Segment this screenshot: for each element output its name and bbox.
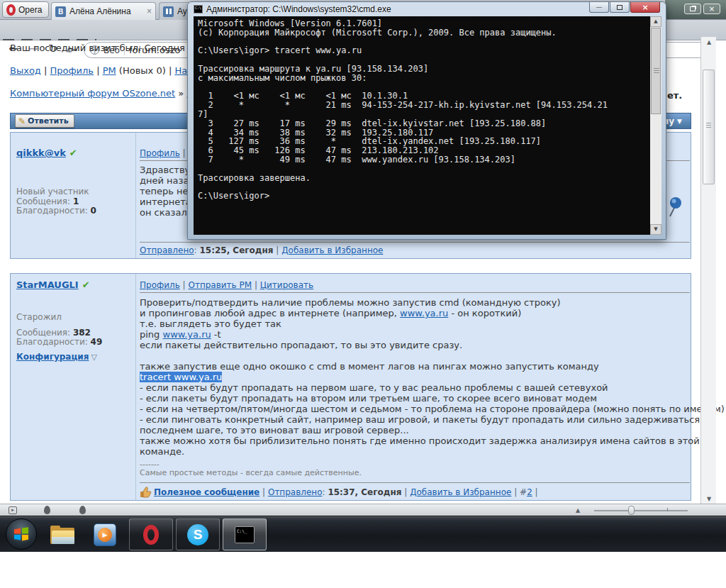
start-button[interactable]	[6, 518, 37, 550]
post-body-line: команде.	[140, 446, 725, 457]
zoom-slider-knob[interactable]	[628, 506, 635, 515]
text-segment: |	[401, 487, 410, 497]
console-scrollbar[interactable]: ▲ ▼	[650, 16, 661, 235]
post2-config-link[interactable]: Конфигурация ▽	[16, 352, 97, 362]
scrollbar-thumb[interactable]	[703, 70, 715, 184]
zoom-slider-track[interactable]	[594, 510, 688, 511]
cmd-title-bar[interactable]: C:\ Администратор: C:\Windows\system32\c…	[188, 2, 666, 16]
text-segment: - если пинговать конкретный сайт, наприм…	[140, 414, 715, 425]
divider	[135, 133, 136, 258]
console-line: 7 * 49 ms 47 ms www.yandex.ru [93.158.13…	[198, 155, 608, 165]
link[interactable]: Цитировать	[260, 280, 313, 290]
user-nav-links: Выход | Профиль | РМ (Новых 0) | Нав	[10, 65, 193, 76]
tab-vk[interactable]: В Алёна Алёнина ×	[51, 2, 156, 20]
link[interactable]: Полезное сообщение	[154, 487, 259, 497]
post-body-line: Проверить/подтвердить наличие проблемы м…	[140, 297, 725, 308]
text-segment: команде.	[140, 446, 184, 457]
cmd-close-button[interactable]: ×	[630, 2, 660, 13]
cmd-minimize-button[interactable]: —	[589, 2, 609, 13]
text-segment: |	[94, 65, 103, 76]
thumbs-up-icon	[140, 486, 152, 498]
status-icon-1[interactable]	[44, 506, 50, 514]
breadcrumb: Компьютерный форум OSzone.net » Ж	[10, 88, 196, 99]
tab-title: Алёна Алёнина	[69, 6, 143, 16]
status-icon-2[interactable]	[79, 506, 86, 514]
link[interactable]: Отправить РМ	[188, 280, 252, 290]
post-body-line: также запустив еще одно окошко с cmd в м…	[140, 361, 725, 372]
console-line: с максимальным числом прыжков 30:	[198, 74, 608, 83]
opera-logo-icon	[6, 4, 16, 16]
chevron-down-icon: ▼	[677, 118, 682, 125]
post-body-line: - если пинговать конкретный сайт, наприм…	[140, 414, 725, 425]
opera-menu-button[interactable]: Opera	[2, 1, 49, 18]
config-link-label[interactable]: Конфигурация	[16, 352, 89, 362]
skype-taskbar-button[interactable]: S	[176, 518, 220, 550]
post1-rank: Новый участник	[16, 187, 89, 196]
link[interactable]: Выход	[10, 65, 41, 76]
opera-taskbar-button[interactable]	[129, 518, 173, 550]
cmd-window-title: Администратор: C:\Windows\system32\cmd.e…	[206, 4, 391, 14]
opera-icon	[143, 525, 159, 545]
link[interactable]: Профиль	[140, 280, 180, 290]
windows-logo-icon	[13, 526, 29, 542]
explorer-taskbar-icon[interactable]	[48, 521, 77, 548]
post1-messages-stat: Сообщения: 1	[16, 196, 79, 206]
cmd-maximize-button[interactable]	[610, 2, 630, 13]
post-body-line	[140, 350, 725, 361]
link[interactable]: Компьютерный форум OSzone.net	[10, 88, 175, 99]
link[interactable]: Отправлено	[268, 487, 323, 497]
text-segment: ping	[140, 329, 163, 340]
text-segment: |	[180, 280, 189, 290]
text-segment: -t	[211, 329, 221, 340]
link[interactable]: Отправлено	[140, 245, 194, 255]
cmd-system-icon[interactable]: C:\	[194, 5, 203, 13]
reply-button[interactable]: ✎ Ответить	[15, 114, 74, 128]
text-segment: последнем шаге, то это виноват ваш игров…	[140, 425, 409, 436]
link[interactable]: www.ya.ru	[163, 329, 211, 340]
console-output: Microsoft Windows [Version 6.1.7601](c) …	[198, 19, 608, 201]
triangle-down-icon: ▽	[91, 353, 96, 362]
text-segment: - если пакеты будут пропадать на втором …	[140, 393, 597, 404]
scrollbar-grip	[706, 123, 711, 129]
last-visit-line: Ваш последний визит был: Сегодня в 15:	[10, 43, 211, 53]
text-segment: (Новых 0) |	[116, 65, 175, 76]
link[interactable]: Добавить в Избранное	[410, 487, 511, 497]
scroll-up-icon[interactable]: ▲	[650, 16, 661, 27]
media-player-taskbar-icon[interactable]: ▶	[91, 521, 119, 548]
cmd-console[interactable]: Microsoft Windows [Version 6.1.7601](c) …	[194, 16, 661, 235]
link[interactable]: Профиль	[140, 148, 180, 158]
taskbar: ▶ S C:\_ EN i B 16:06 12.03.2013	[0, 516, 726, 552]
browser-close-button[interactable]: ×	[703, 4, 720, 14]
link[interactable]: www.ya.ru	[400, 308, 448, 318]
text-segment: |	[532, 487, 538, 497]
post2-thanks-stat: Благодарности: 49	[16, 337, 102, 347]
text-segment: - если на четвертом/пятом/иногда шестом …	[140, 404, 725, 414]
cmd-taskbar-button[interactable]: C:\_	[223, 518, 267, 550]
console-scrollbar-thumb[interactable]	[651, 28, 661, 114]
panel-toggle-icon[interactable]: ▸	[9, 506, 17, 514]
post2-footer: Полезное сообщение | Отправлено: 15:37, …	[154, 487, 538, 497]
browser-status-bar: ▸ ▲	[0, 504, 726, 516]
link[interactable]: РМ	[103, 65, 116, 76]
scroll-down-icon[interactable]: ▼	[650, 224, 661, 235]
tab-close-icon[interactable]: ×	[147, 6, 152, 16]
browser-scrollbar[interactable]: ▲ ▼	[700, 37, 716, 505]
link[interactable]: Профиль	[50, 65, 94, 76]
post1-username-link[interactable]: qikkk@vk	[16, 148, 66, 158]
media-player-icon: ▶	[94, 523, 116, 546]
scroll-up-icon[interactable]: ▲	[701, 37, 717, 48]
post2-header-links: Профиль | Отправить РМ | Цитировать	[140, 280, 313, 290]
text-segment: |	[252, 280, 260, 290]
link[interactable]: Добавить в Избранное	[281, 245, 383, 255]
zoom-marker-icon: ▲	[576, 507, 580, 514]
browser-restore-button[interactable]	[684, 4, 701, 14]
link[interactable]: 2	[527, 487, 532, 497]
thread-title-fragment: ет.	[667, 90, 682, 101]
post2-username-link[interactable]: StarMAUGLI	[16, 279, 79, 290]
text-segment: | #	[511, 487, 527, 497]
signature-text: Самые простые методы - всегда самые дейс…	[140, 468, 362, 477]
console-line: (c) Корпорация Майкрософт (Microsoft Cor…	[198, 28, 608, 38]
post-body-line: и пропинговав любой адрес в интернете (н…	[140, 308, 725, 318]
restore-icon	[690, 6, 696, 11]
divider	[135, 274, 136, 500]
